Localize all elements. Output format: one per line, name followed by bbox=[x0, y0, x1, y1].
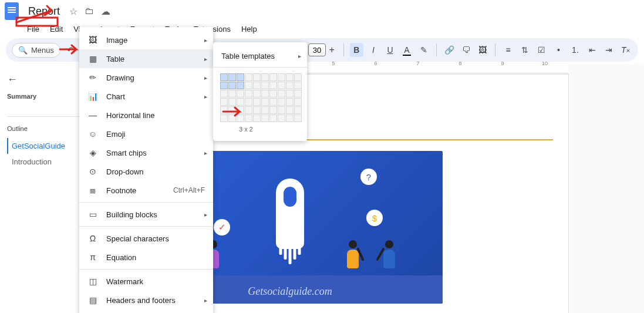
cloud-status-icon[interactable]: ☁ bbox=[101, 6, 110, 17]
grid-cell[interactable] bbox=[237, 90, 244, 97]
outline-item-getsocialguide[interactable]: GetSocialGuide bbox=[7, 138, 87, 154]
grid-cell[interactable] bbox=[269, 82, 277, 89]
underline-button[interactable]: U bbox=[383, 43, 397, 57]
grid-cell[interactable] bbox=[286, 82, 294, 89]
move-icon[interactable]: 🗀 bbox=[85, 6, 94, 17]
grid-cell[interactable] bbox=[261, 115, 269, 122]
grid-cell[interactable] bbox=[261, 90, 269, 97]
insert-footnote-item[interactable]: ≣FootnoteCtrl+Alt+F bbox=[79, 181, 213, 200]
grid-cell[interactable] bbox=[278, 106, 285, 114]
grid-cell[interactable] bbox=[237, 98, 244, 106]
grid-cell[interactable] bbox=[286, 90, 294, 97]
numbered-list-button[interactable]: 1. bbox=[569, 43, 582, 57]
insert-blocks-item[interactable]: ▭Building blocks▸ bbox=[79, 205, 213, 224]
grid-cell[interactable] bbox=[245, 82, 252, 89]
grid-cell[interactable] bbox=[294, 106, 302, 114]
grid-cell[interactable] bbox=[286, 73, 294, 81]
insert-emoji-item[interactable]: ☺Emoji bbox=[79, 124, 213, 143]
grid-cell[interactable] bbox=[269, 73, 277, 81]
grid-cell[interactable] bbox=[237, 73, 244, 81]
menu-item-label: Drop-down bbox=[106, 167, 144, 176]
grid-cell[interactable] bbox=[237, 82, 244, 89]
line-spacing-button[interactable]: ⇅ bbox=[518, 43, 532, 57]
grid-cell[interactable] bbox=[278, 115, 285, 122]
insert-headers-item[interactable]: ▤Headers and footers▸ bbox=[79, 291, 213, 309]
insert-pagenum-item[interactable]: #Page numbers▸ bbox=[79, 309, 213, 313]
menu-item-label: Table bbox=[106, 55, 124, 63]
insert-image-item[interactable]: 🖼Image▸ bbox=[79, 31, 213, 49]
chevron-right-icon: ▸ bbox=[204, 297, 207, 304]
menu-help[interactable]: Help bbox=[237, 22, 262, 36]
grid-cell[interactable] bbox=[245, 90, 252, 97]
grid-cell[interactable] bbox=[220, 73, 228, 81]
font-size-input[interactable]: 30 bbox=[308, 43, 326, 56]
text-color-button[interactable]: A bbox=[400, 43, 414, 57]
grid-cell[interactable] bbox=[269, 106, 277, 114]
grid-cell[interactable] bbox=[253, 115, 261, 122]
grid-cell[interactable] bbox=[269, 115, 277, 122]
grid-cell[interactable] bbox=[253, 98, 261, 106]
grid-cell[interactable] bbox=[228, 73, 236, 81]
grid-cell[interactable] bbox=[269, 98, 277, 106]
outline-item-introduction[interactable]: Introduction bbox=[7, 154, 87, 170]
clear-formatting-button[interactable]: T× bbox=[619, 43, 632, 57]
collapse-outline-icon[interactable]: ← bbox=[7, 73, 87, 86]
font-size-increase[interactable]: + bbox=[326, 43, 338, 57]
add-comment-button[interactable]: 🗨 bbox=[459, 43, 473, 57]
grid-cell[interactable] bbox=[286, 115, 294, 122]
insert-drawing-item[interactable]: ✏Drawing▸ bbox=[79, 68, 213, 87]
grid-cell[interactable] bbox=[261, 82, 269, 89]
grid-cell[interactable] bbox=[261, 98, 269, 106]
grid-cell[interactable] bbox=[228, 82, 236, 89]
grid-cell[interactable] bbox=[228, 98, 236, 106]
grid-cell[interactable] bbox=[294, 98, 302, 106]
grid-cell[interactable] bbox=[286, 106, 294, 114]
grid-cell[interactable] bbox=[220, 90, 228, 97]
highlight-button[interactable]: ✎ bbox=[417, 43, 430, 57]
insert-table-item[interactable]: ▦Table▸ bbox=[79, 49, 213, 68]
grid-cell[interactable] bbox=[261, 73, 269, 81]
insert-dropdown-item[interactable]: ⊙Drop-down bbox=[79, 162, 213, 181]
grid-cell[interactable] bbox=[245, 73, 252, 81]
table-templates-item[interactable]: Table templates ▸ bbox=[213, 47, 307, 65]
grid-cell[interactable] bbox=[245, 115, 252, 122]
grid-cell[interactable] bbox=[220, 98, 228, 106]
grid-cell[interactable] bbox=[278, 90, 285, 97]
grid-cell[interactable] bbox=[245, 106, 252, 114]
grid-cell[interactable] bbox=[294, 115, 302, 122]
insert-hr-item[interactable]: —Horizontal line bbox=[79, 106, 213, 124]
insert-chart-item[interactable]: 📊Chart▸ bbox=[79, 87, 213, 106]
italic-button[interactable]: I bbox=[367, 43, 380, 57]
insert-chips-item[interactable]: ◈Smart chips▸ bbox=[79, 143, 213, 162]
grid-cell[interactable] bbox=[228, 90, 236, 97]
bold-button[interactable]: B bbox=[350, 43, 363, 57]
insert-link-button[interactable]: 🔗 bbox=[443, 43, 456, 57]
grid-cell[interactable] bbox=[294, 73, 302, 81]
grid-cell[interactable] bbox=[294, 90, 302, 97]
grid-cell[interactable] bbox=[261, 106, 269, 114]
grid-cell[interactable] bbox=[220, 82, 228, 89]
checklist-button[interactable]: ☑ bbox=[535, 43, 549, 57]
decrease-indent-button[interactable]: ⇤ bbox=[585, 43, 599, 57]
grid-cell[interactable] bbox=[278, 98, 285, 106]
grid-cell[interactable] bbox=[253, 82, 261, 89]
blocks-icon: ▭ bbox=[87, 210, 98, 219]
grid-cell[interactable] bbox=[253, 90, 261, 97]
grid-cell[interactable] bbox=[294, 82, 302, 89]
insert-watermark-item[interactable]: ◫Watermark bbox=[79, 272, 213, 291]
grid-cell[interactable] bbox=[286, 98, 294, 106]
grid-cell[interactable] bbox=[278, 73, 285, 81]
grid-cell[interactable] bbox=[269, 90, 277, 97]
search-menus[interactable]: 🔍 Menus bbox=[12, 43, 60, 58]
grid-cell[interactable] bbox=[278, 82, 285, 89]
bulleted-list-button[interactable]: • bbox=[552, 43, 565, 57]
grid-cell[interactable] bbox=[253, 73, 261, 81]
insert-omega-item[interactable]: ΩSpecial characters bbox=[79, 229, 213, 248]
grid-cell[interactable] bbox=[253, 106, 261, 114]
increase-indent-button[interactable]: ⇥ bbox=[602, 43, 616, 57]
grid-cell[interactable] bbox=[245, 98, 252, 106]
insert-image-button[interactable]: 🖼 bbox=[476, 43, 490, 57]
star-icon[interactable]: ☆ bbox=[69, 6, 77, 17]
align-button[interactable]: ≡ bbox=[501, 43, 515, 57]
insert-pi-item[interactable]: πEquation bbox=[79, 248, 213, 267]
